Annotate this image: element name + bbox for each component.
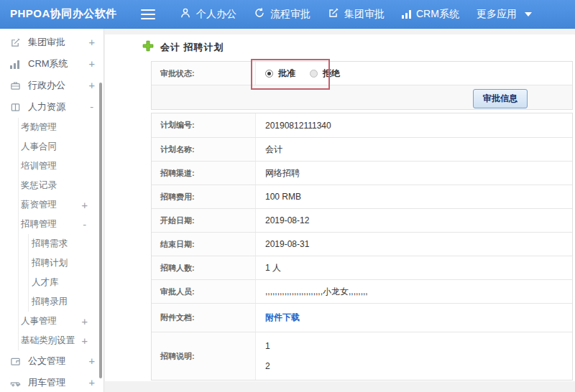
expand-icon[interactable]: +	[89, 58, 95, 70]
edit-icon	[328, 7, 339, 21]
sidebar-item-training[interactable]: 培训管理	[19, 157, 104, 176]
nav-label: 集团审批	[344, 8, 385, 21]
sidebar-item-recruit-plan[interactable]: 招聘计划	[29, 253, 104, 273]
process-icon	[254, 7, 265, 21]
sidebar-label: 招聘录用	[32, 296, 68, 308]
radio-reject[interactable]	[310, 70, 318, 78]
edit-icon	[10, 37, 22, 48]
field-value: 2019-08-12	[256, 209, 572, 232]
nav-more-apps[interactable]: 更多应用	[477, 8, 532, 21]
sidebar-item-personnel-mgmt[interactable]: 人事管理 +	[19, 312, 104, 331]
field-label: 审批人员:	[152, 280, 256, 303]
sidebar-label: 奖惩记录	[21, 179, 57, 192]
field-label: 招聘渠道:	[152, 162, 256, 185]
sidebar-item-hr-contract[interactable]: 人事合同	[19, 137, 104, 157]
field-value: 20190812111340	[256, 113, 572, 137]
nav-crm-system[interactable]: CRM系统	[402, 8, 459, 21]
sidebar-scrollbar[interactable]	[99, 83, 102, 378]
sidebar-item-recruit-demand[interactable]: 招聘需求	[29, 234, 104, 253]
sidebar-label: 人力资源	[28, 101, 65, 113]
nav-personal-office[interactable]: 个人办公	[180, 7, 236, 21]
field-label: 招聘说明:	[152, 332, 256, 380]
field-value: 网络招聘	[256, 162, 572, 185]
car-icon	[10, 377, 22, 388]
nav-label: 流程审批	[270, 8, 310, 21]
sidebar-item-attendance[interactable]: 考勤管理	[19, 118, 104, 137]
content-panel: 会计 招聘计划 审批状态: 批准 拒绝 审批信息	[105, 34, 575, 381]
sidebar-item-crm[interactable]: CRM系统 +	[0, 53, 104, 75]
expand-icon[interactable]: +	[89, 37, 95, 48]
sidebar-label: 人事管理	[21, 315, 57, 327]
expand-icon[interactable]: +	[89, 377, 95, 388]
sidebar-label: 招聘计划	[32, 257, 68, 269]
description-line: 2	[265, 361, 270, 371]
approval-button-row: 审批信息	[152, 85, 572, 109]
sidebar-item-recruit-hire[interactable]: 招聘录用	[29, 292, 104, 312]
field-label: 结束日期:	[152, 233, 256, 256]
expand-icon[interactable]: +	[82, 200, 88, 211]
nav-process-approval[interactable]: 流程审批	[254, 7, 310, 21]
sidebar-item-base-category[interactable]: 基础类别设置 +	[19, 331, 104, 350]
sidebar-item-salary[interactable]: 薪资管理 +	[19, 195, 104, 215]
field-label: 招聘费用:	[152, 185, 256, 208]
sidebar-label: 基础类别设置	[21, 335, 75, 347]
expand-icon[interactable]: +	[82, 316, 88, 327]
app-logo: PHPOA协同办公软件	[0, 7, 141, 21]
recruit-submenu: 招聘需求 招聘计划 人才库 招聘录用	[28, 234, 104, 312]
bar-chart-icon	[10, 58, 22, 70]
caret-down-icon	[525, 12, 532, 17]
briefcase-icon	[10, 80, 22, 91]
field-value: 会计	[256, 138, 572, 161]
hr-submenu: 考勤管理 人事合同 培训管理 奖惩记录 薪资管理 + 招聘管理 - 招聘需求 招…	[18, 118, 104, 350]
sidebar-item-talent-pool[interactable]: 人才库	[29, 273, 104, 292]
sidebar-item-group-approval[interactable]: 集团审批 +	[0, 32, 104, 53]
sidebar-label: 公文管理	[28, 355, 65, 368]
sidebar-item-recruit-mgmt[interactable]: 招聘管理 -	[19, 215, 104, 234]
sidebar-label: 薪资管理	[21, 199, 57, 211]
field-label: 开始日期:	[152, 209, 256, 232]
description-line: 1	[265, 341, 270, 351]
table-row: 计划编号: 20190812111340	[152, 113, 572, 137]
sidebar-label: 招聘管理	[21, 218, 57, 230]
sidebar-item-vehicle[interactable]: 用车管理 +	[0, 372, 104, 392]
sidebar-label: 考勤管理	[21, 121, 57, 134]
approval-radio-group: 批准 拒绝	[265, 67, 354, 80]
sidebar-label: 集团审批	[28, 36, 65, 49]
field-label: 附件文档:	[152, 304, 256, 332]
radio-approve[interactable]	[265, 70, 273, 78]
approval-status-table: 审批状态: 批准 拒绝 审批信息	[151, 61, 573, 110]
menu-toggle-icon[interactable]	[141, 9, 155, 19]
sidebar-item-admin-office[interactable]: 行政办公 +	[0, 75, 104, 96]
approval-info-button[interactable]: 审批信息	[473, 89, 528, 108]
main-content: 会计 招聘计划 审批状态: 批准 拒绝 审批信息	[105, 29, 575, 392]
top-navigation-bar: PHPOA协同办公软件 个人办公 流程审批 集团审批	[0, 0, 575, 29]
field-value: 1 人	[256, 256, 572, 279]
table-row: 招聘渠道: 网络招聘	[152, 161, 572, 185]
expand-icon[interactable]: +	[82, 335, 88, 347]
table-row: 计划名称: 会计	[152, 137, 572, 161]
collapse-icon[interactable]: -	[82, 219, 88, 230]
add-icon	[142, 40, 154, 55]
table-row-attachment: 附件文档: 附件下载	[152, 303, 572, 332]
attachment-download-link[interactable]: 附件下载	[265, 312, 300, 324]
sidebar-item-documents[interactable]: 公文管理 +	[0, 350, 104, 372]
sidebar-item-rewards[interactable]: 奖惩记录	[19, 176, 104, 195]
radio-reject-label[interactable]: 拒绝	[323, 67, 340, 80]
document-icon	[10, 355, 22, 367]
sidebar: 集团审批 + CRM系统 + 行政办公 + 人力资源 - 考勤管理 人事	[0, 29, 104, 392]
field-label: 计划编号:	[152, 113, 256, 137]
nav-label: 个人办公	[196, 8, 236, 21]
book-icon	[10, 101, 22, 113]
field-label: 招聘人数:	[152, 256, 256, 279]
table-row: 招聘费用: 100 RMB	[152, 185, 572, 208]
expand-icon[interactable]: +	[89, 355, 95, 367]
approval-status-row: 审批状态: 批准 拒绝	[152, 62, 572, 85]
collapse-icon[interactable]: -	[89, 101, 95, 113]
radio-approve-label[interactable]: 批准	[278, 67, 295, 80]
app-window: PHPOA协同办公软件 个人办公 流程审批 集团审批	[0, 0, 575, 392]
expand-icon[interactable]: +	[89, 80, 95, 91]
sidebar-item-hr[interactable]: 人力资源 -	[0, 96, 104, 118]
field-label: 审批状态:	[152, 62, 256, 85]
nav-group-approval[interactable]: 集团审批	[328, 7, 385, 21]
bar-chart-icon	[402, 9, 411, 19]
